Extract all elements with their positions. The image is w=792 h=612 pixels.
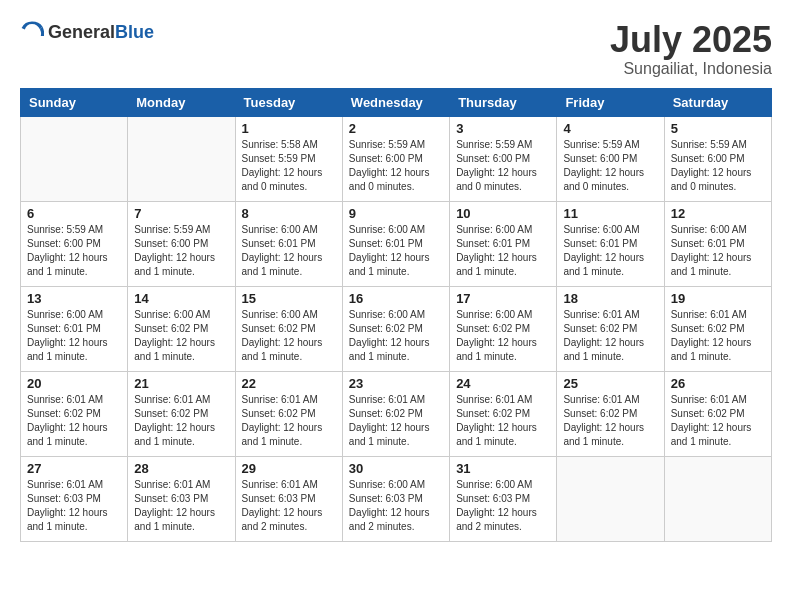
weekday-header: Wednesday <box>342 88 449 116</box>
calendar-cell: 6Sunrise: 5:59 AM Sunset: 6:00 PM Daylig… <box>21 201 128 286</box>
day-info: Sunrise: 6:00 AM Sunset: 6:03 PM Dayligh… <box>456 478 550 534</box>
day-info: Sunrise: 5:59 AM Sunset: 6:00 PM Dayligh… <box>563 138 657 194</box>
calendar-cell: 4Sunrise: 5:59 AM Sunset: 6:00 PM Daylig… <box>557 116 664 201</box>
calendar-cell: 14Sunrise: 6:00 AM Sunset: 6:02 PM Dayli… <box>128 286 235 371</box>
day-info: Sunrise: 5:58 AM Sunset: 5:59 PM Dayligh… <box>242 138 336 194</box>
logo-text: GeneralBlue <box>48 23 154 42</box>
calendar-cell: 19Sunrise: 6:01 AM Sunset: 6:02 PM Dayli… <box>664 286 771 371</box>
calendar-cell: 22Sunrise: 6:01 AM Sunset: 6:02 PM Dayli… <box>235 371 342 456</box>
day-info: Sunrise: 6:01 AM Sunset: 6:02 PM Dayligh… <box>456 393 550 449</box>
calendar-cell: 9Sunrise: 6:00 AM Sunset: 6:01 PM Daylig… <box>342 201 449 286</box>
day-info: Sunrise: 6:01 AM Sunset: 6:02 PM Dayligh… <box>563 393 657 449</box>
calendar-cell: 15Sunrise: 6:00 AM Sunset: 6:02 PM Dayli… <box>235 286 342 371</box>
calendar-cell <box>128 116 235 201</box>
day-number: 18 <box>563 291 657 306</box>
day-info: Sunrise: 6:01 AM Sunset: 6:02 PM Dayligh… <box>242 393 336 449</box>
calendar-cell: 26Sunrise: 6:01 AM Sunset: 6:02 PM Dayli… <box>664 371 771 456</box>
day-info: Sunrise: 5:59 AM Sunset: 6:00 PM Dayligh… <box>134 223 228 279</box>
day-number: 12 <box>671 206 765 221</box>
day-number: 17 <box>456 291 550 306</box>
day-number: 3 <box>456 121 550 136</box>
calendar-cell: 1Sunrise: 5:58 AM Sunset: 5:59 PM Daylig… <box>235 116 342 201</box>
day-info: Sunrise: 6:01 AM Sunset: 6:02 PM Dayligh… <box>563 308 657 364</box>
calendar-cell: 30Sunrise: 6:00 AM Sunset: 6:03 PM Dayli… <box>342 456 449 541</box>
day-info: Sunrise: 6:00 AM Sunset: 6:02 PM Dayligh… <box>456 308 550 364</box>
day-number: 4 <box>563 121 657 136</box>
day-number: 8 <box>242 206 336 221</box>
day-number: 14 <box>134 291 228 306</box>
day-info: Sunrise: 6:01 AM Sunset: 6:02 PM Dayligh… <box>27 393 121 449</box>
day-number: 2 <box>349 121 443 136</box>
day-number: 28 <box>134 461 228 476</box>
day-number: 21 <box>134 376 228 391</box>
logo: GeneralBlue <box>20 20 154 44</box>
calendar-cell: 7Sunrise: 5:59 AM Sunset: 6:00 PM Daylig… <box>128 201 235 286</box>
day-info: Sunrise: 5:59 AM Sunset: 6:00 PM Dayligh… <box>349 138 443 194</box>
weekday-header: Friday <box>557 88 664 116</box>
calendar-body: 1Sunrise: 5:58 AM Sunset: 5:59 PM Daylig… <box>21 116 772 541</box>
calendar-cell: 27Sunrise: 6:01 AM Sunset: 6:03 PM Dayli… <box>21 456 128 541</box>
day-info: Sunrise: 6:00 AM Sunset: 6:01 PM Dayligh… <box>563 223 657 279</box>
day-number: 27 <box>27 461 121 476</box>
day-info: Sunrise: 6:00 AM Sunset: 6:02 PM Dayligh… <box>349 308 443 364</box>
calendar-cell: 20Sunrise: 6:01 AM Sunset: 6:02 PM Dayli… <box>21 371 128 456</box>
day-number: 19 <box>671 291 765 306</box>
weekday-header: Tuesday <box>235 88 342 116</box>
day-number: 10 <box>456 206 550 221</box>
calendar-cell: 29Sunrise: 6:01 AM Sunset: 6:03 PM Dayli… <box>235 456 342 541</box>
calendar-cell: 2Sunrise: 5:59 AM Sunset: 6:00 PM Daylig… <box>342 116 449 201</box>
calendar-cell <box>664 456 771 541</box>
calendar-cell: 3Sunrise: 5:59 AM Sunset: 6:00 PM Daylig… <box>450 116 557 201</box>
calendar-cell: 21Sunrise: 6:01 AM Sunset: 6:02 PM Dayli… <box>128 371 235 456</box>
page-header: GeneralBlue July 2025 Sungailiat, Indone… <box>20 20 772 78</box>
title-area: July 2025 Sungailiat, Indonesia <box>610 20 772 78</box>
day-number: 11 <box>563 206 657 221</box>
day-number: 30 <box>349 461 443 476</box>
calendar-week-row: 1Sunrise: 5:58 AM Sunset: 5:59 PM Daylig… <box>21 116 772 201</box>
weekday-row: SundayMondayTuesdayWednesdayThursdayFrid… <box>21 88 772 116</box>
day-info: Sunrise: 6:01 AM Sunset: 6:02 PM Dayligh… <box>134 393 228 449</box>
calendar-cell: 23Sunrise: 6:01 AM Sunset: 6:02 PM Dayli… <box>342 371 449 456</box>
day-number: 31 <box>456 461 550 476</box>
day-info: Sunrise: 6:00 AM Sunset: 6:02 PM Dayligh… <box>134 308 228 364</box>
day-info: Sunrise: 6:00 AM Sunset: 6:03 PM Dayligh… <box>349 478 443 534</box>
day-info: Sunrise: 5:59 AM Sunset: 6:00 PM Dayligh… <box>671 138 765 194</box>
calendar-header: SundayMondayTuesdayWednesdayThursdayFrid… <box>21 88 772 116</box>
day-info: Sunrise: 6:01 AM Sunset: 6:03 PM Dayligh… <box>242 478 336 534</box>
calendar-week-row: 13Sunrise: 6:00 AM Sunset: 6:01 PM Dayli… <box>21 286 772 371</box>
calendar-table: SundayMondayTuesdayWednesdayThursdayFrid… <box>20 88 772 542</box>
day-info: Sunrise: 5:59 AM Sunset: 6:00 PM Dayligh… <box>456 138 550 194</box>
day-number: 15 <box>242 291 336 306</box>
calendar-cell: 28Sunrise: 6:01 AM Sunset: 6:03 PM Dayli… <box>128 456 235 541</box>
day-info: Sunrise: 6:00 AM Sunset: 6:02 PM Dayligh… <box>242 308 336 364</box>
day-number: 20 <box>27 376 121 391</box>
calendar-cell <box>557 456 664 541</box>
calendar-week-row: 6Sunrise: 5:59 AM Sunset: 6:00 PM Daylig… <box>21 201 772 286</box>
weekday-header: Saturday <box>664 88 771 116</box>
calendar-cell: 11Sunrise: 6:00 AM Sunset: 6:01 PM Dayli… <box>557 201 664 286</box>
calendar-cell: 12Sunrise: 6:00 AM Sunset: 6:01 PM Dayli… <box>664 201 771 286</box>
day-number: 26 <box>671 376 765 391</box>
calendar-cell: 5Sunrise: 5:59 AM Sunset: 6:00 PM Daylig… <box>664 116 771 201</box>
calendar-cell: 8Sunrise: 6:00 AM Sunset: 6:01 PM Daylig… <box>235 201 342 286</box>
day-info: Sunrise: 6:01 AM Sunset: 6:03 PM Dayligh… <box>27 478 121 534</box>
day-number: 1 <box>242 121 336 136</box>
day-number: 24 <box>456 376 550 391</box>
day-number: 22 <box>242 376 336 391</box>
calendar-week-row: 20Sunrise: 6:01 AM Sunset: 6:02 PM Dayli… <box>21 371 772 456</box>
calendar-cell: 18Sunrise: 6:01 AM Sunset: 6:02 PM Dayli… <box>557 286 664 371</box>
calendar-cell: 31Sunrise: 6:00 AM Sunset: 6:03 PM Dayli… <box>450 456 557 541</box>
location-subtitle: Sungailiat, Indonesia <box>610 60 772 78</box>
day-number: 9 <box>349 206 443 221</box>
calendar-cell: 10Sunrise: 6:00 AM Sunset: 6:01 PM Dayli… <box>450 201 557 286</box>
month-title: July 2025 <box>610 20 772 60</box>
day-info: Sunrise: 6:01 AM Sunset: 6:02 PM Dayligh… <box>349 393 443 449</box>
calendar-cell: 25Sunrise: 6:01 AM Sunset: 6:02 PM Dayli… <box>557 371 664 456</box>
weekday-header: Monday <box>128 88 235 116</box>
day-number: 7 <box>134 206 228 221</box>
day-info: Sunrise: 5:59 AM Sunset: 6:00 PM Dayligh… <box>27 223 121 279</box>
day-number: 5 <box>671 121 765 136</box>
calendar-cell: 16Sunrise: 6:00 AM Sunset: 6:02 PM Dayli… <box>342 286 449 371</box>
day-number: 23 <box>349 376 443 391</box>
day-number: 13 <box>27 291 121 306</box>
